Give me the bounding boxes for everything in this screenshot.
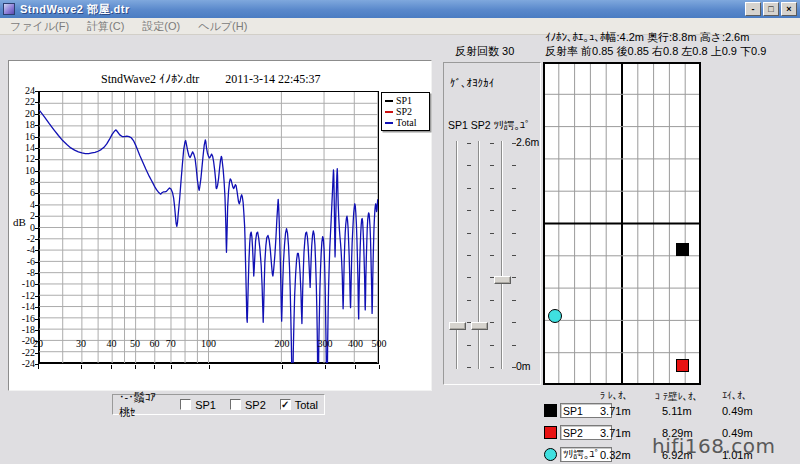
close-button[interactable]: × bbox=[781, 2, 797, 16]
chart-panel: StndWave2 ｲﾉﾎﾝ.dtr 2011-3-14 22:45:37 dB… bbox=[8, 60, 432, 391]
sp2-checkbox[interactable] bbox=[230, 399, 241, 410]
checkbox-total[interactable]: ✓ Total bbox=[280, 399, 318, 411]
col-header-h: ｴｲ､ｵ､ bbox=[722, 390, 747, 401]
legend-item-sp1: SP1 bbox=[385, 95, 426, 106]
slider-min-label: 0m bbox=[516, 360, 531, 372]
legend-item-sp2: SP2 bbox=[385, 106, 426, 117]
total-checkbox[interactable]: ✓ bbox=[280, 399, 291, 410]
sp1-height-slider-thumb[interactable] bbox=[449, 322, 466, 330]
sp2-height-slider-track[interactable] bbox=[478, 141, 480, 369]
menu-item-calculate[interactable]: 計算(C) bbox=[85, 19, 126, 34]
height-panel: ｹﾞ､ｵﾖｸｶｲ SP1 SP2 ﾂﾘ諤｡ﾕﾟ 2.6m 0m bbox=[443, 62, 541, 385]
chart-timestamp: 2011-3-14 22:45:37 bbox=[225, 72, 320, 87]
col-header-x: ﾗ ﾚ､ｵ､ bbox=[600, 390, 628, 401]
slider-columns-label: SP1 SP2 ﾂﾘ諤｡ﾕﾟ bbox=[448, 119, 530, 133]
room-dimensions-label: ｲﾉﾎﾝ､ﾎｴ｡ｭ､ﾎ幅:4.2m 奥行:8.8m 高さ:2.6m bbox=[545, 30, 766, 44]
sp2-swatch bbox=[544, 426, 557, 439]
maximize-button[interactable]: □ bbox=[763, 2, 779, 16]
slider-max-label: 2.6m bbox=[516, 136, 539, 148]
sp2-height-slider-thumb[interactable] bbox=[471, 322, 488, 330]
title-bar[interactable]: StndWave2 部屋.dtr - □ × bbox=[0, 0, 800, 18]
window-title: StndWave2 部屋.dtr bbox=[20, 2, 130, 17]
sp1-checkbox[interactable] bbox=[180, 399, 191, 410]
plot-canvas bbox=[39, 92, 378, 363]
menu-item-help[interactable]: ヘルプ(H) bbox=[196, 19, 249, 34]
app-icon bbox=[3, 3, 15, 15]
total-line-swatch bbox=[385, 122, 393, 124]
listener-height-slider-track[interactable] bbox=[501, 141, 503, 369]
menu-item-settings[interactable]: 設定(O) bbox=[140, 19, 182, 34]
checkbox-sp1[interactable]: SP1 bbox=[180, 399, 216, 411]
chart-legend: SP1 SP2 Total bbox=[381, 92, 430, 131]
forum-watermark: hifi168.com bbox=[652, 434, 776, 458]
reflectance-label: 反射率 前0.85 後0.85 右0.8 左0.8 上0.9 下0.9 bbox=[545, 44, 766, 58]
chart-title: StndWave2 ｲﾉﾎﾝ.dtr 2011-3-14 22:45:37 bbox=[101, 72, 321, 87]
height-panel-title: ｹﾞ､ｵﾖｸｶｲ bbox=[450, 77, 494, 89]
sp2-marker[interactable] bbox=[676, 359, 689, 372]
listener-swatch bbox=[544, 448, 557, 461]
checkbox-sp2[interactable]: SP2 bbox=[230, 399, 266, 411]
sp1-height-slider-track[interactable] bbox=[456, 141, 458, 369]
minimize-button[interactable]: - bbox=[745, 2, 761, 16]
sp1-swatch bbox=[544, 404, 557, 417]
reflection-count-label: 反射回数 30 bbox=[455, 44, 514, 59]
menu-item-file[interactable]: ファイル(F) bbox=[8, 19, 71, 34]
sp2-line-swatch bbox=[385, 111, 393, 113]
listener-marker[interactable] bbox=[548, 309, 562, 323]
listener-height-slider-thumb[interactable] bbox=[494, 276, 511, 284]
table-row-sp1: 3.71m 5.11m 0.49m bbox=[540, 402, 800, 422]
frequency-response-plot bbox=[38, 91, 379, 364]
legend-item-total: Total bbox=[385, 117, 426, 128]
display-options-bar: ･-･鬚ｺｱ桃ｾ SP1 SP2 ✓ Total bbox=[112, 394, 325, 415]
sp1-line-swatch bbox=[385, 100, 393, 102]
room-grid bbox=[543, 62, 701, 385]
sp1-marker[interactable] bbox=[676, 243, 689, 256]
display-options-label: ･-･鬚ｺｱ桃ｾ bbox=[119, 390, 166, 420]
chart-title-file: StndWave2 ｲﾉﾎﾝ.dtr bbox=[101, 72, 199, 87]
room-info: ｲﾉﾎﾝ､ﾎｴ｡ｭ､ﾎ幅:4.2m 奥行:8.8m 高さ:2.6m 反射率 前0… bbox=[545, 30, 766, 58]
room-map bbox=[543, 62, 701, 385]
